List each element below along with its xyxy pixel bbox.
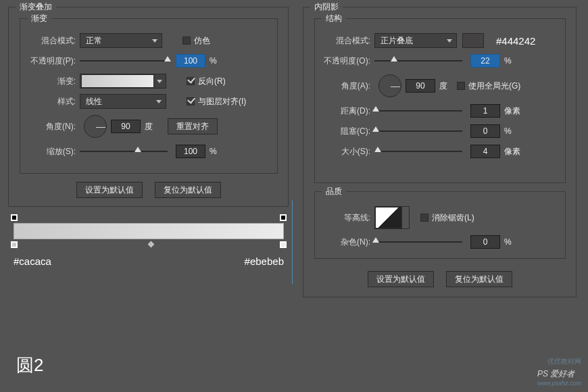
opacity-stop-right[interactable]	[280, 214, 287, 221]
noise-row: 杂色(N): 0 %	[322, 234, 558, 250]
blend-mode-label: 混合模式:	[27, 35, 80, 47]
percent-unit: %	[210, 56, 217, 66]
scale-label: 缩放(S):	[27, 146, 80, 157]
opacity-input[interactable]: 22	[470, 54, 500, 68]
choke-input[interactable]: 0	[470, 124, 500, 138]
style-row: 样式: 线性 与图层对齐(I)	[27, 93, 270, 109]
size-slider[interactable]	[374, 145, 462, 157]
angle-input[interactable]: 90	[111, 120, 141, 133]
reverse-checkbox[interactable]	[187, 77, 195, 85]
opacity-label: 不透明度(P):	[27, 55, 80, 67]
vertical-divider	[292, 200, 293, 284]
align-checkbox[interactable]	[187, 97, 195, 105]
opacity-slider[interactable]	[374, 55, 462, 67]
angle-row: 角度(N): 90 度 重置对齐	[27, 114, 270, 139]
color-stop-right[interactable]	[280, 241, 287, 248]
gradient-picker[interactable]	[80, 74, 166, 89]
blend-mode-row: 混合模式: 正片叠底 #444242	[322, 32, 558, 49]
blend-mode-label: 混合模式:	[322, 35, 374, 47]
chevron-down-icon	[152, 39, 157, 43]
structure-group: 结构 混合模式: 正片叠底 #444242 不透明度(O): 22 % 角度(A…	[314, 18, 566, 183]
contour-thumb	[375, 207, 402, 228]
gradient-bar[interactable]	[14, 223, 284, 239]
noise-input[interactable]: 0	[470, 235, 500, 249]
swatch-hex-label: #444242	[496, 35, 535, 47]
angle-label: 角度(A):	[322, 80, 374, 92]
blend-mode-row: 混合模式: 正常 仿色	[27, 32, 270, 49]
reset-align-button[interactable]: 重置对齐	[168, 118, 218, 134]
gradient-preview	[81, 74, 154, 88]
group-title: 品质	[322, 186, 346, 197]
reset-default-button[interactable]: 复位为默认值	[155, 182, 221, 198]
scale-input[interactable]: 100	[176, 145, 205, 158]
panel-title: 渐变叠加	[16, 1, 56, 13]
color-stop-left[interactable]	[11, 241, 18, 248]
blend-mode-value: 正常	[86, 35, 148, 47]
set-default-button[interactable]: 设置为默认值	[368, 271, 434, 287]
choke-label: 阻塞(C):	[322, 126, 374, 137]
style-dropdown[interactable]: 线性	[80, 94, 166, 109]
px-unit: 像素	[504, 105, 520, 117]
reverse-label: 反向(R)	[198, 76, 226, 87]
angle-label: 角度(N):	[27, 121, 80, 132]
angle-row: 角度(A): 90 度 使用全局光(G)	[322, 73, 558, 99]
blend-mode-dropdown[interactable]: 正片叠底	[374, 33, 457, 48]
chevron-down-icon	[447, 39, 452, 43]
antialias-checkbox[interactable]	[420, 214, 428, 222]
default-buttons-row: 设置为默认值 复位为默认值	[303, 271, 576, 287]
reset-default-button[interactable]: 复位为默认值	[446, 271, 512, 287]
color-swatch[interactable]	[462, 33, 484, 48]
contour-label: 等高线:	[322, 212, 374, 224]
gradient-editor[interactable]: #cacaca #ebebeb	[14, 223, 284, 267]
group-title: 结构	[322, 13, 346, 24]
gradient-row: 渐变: 反向(R)	[27, 73, 270, 89]
style-value: 线性	[86, 96, 152, 107]
opacity-row: 不透明度(P): 100 %	[27, 53, 270, 69]
blend-mode-dropdown[interactable]: 正常	[80, 33, 162, 48]
angle-dial[interactable]	[84, 115, 107, 138]
contour-row: 等高线: 消除锯齿(L)	[322, 205, 558, 230]
gradient-label: 渐变:	[27, 76, 80, 87]
choke-row: 阻塞(C): 0 %	[322, 123, 558, 139]
opacity-row: 不透明度(O): 22 %	[322, 53, 558, 69]
percent-unit: %	[504, 237, 512, 247]
scale-slider[interactable]	[80, 145, 168, 157]
global-light-label: 使用全局光(G)	[468, 80, 520, 92]
gradient-overlay-panel: 渐变叠加 渐变 混合模式: 正常 仿色 不透明度(P): 100 % 渐变:	[8, 7, 289, 207]
percent-unit: %	[210, 147, 217, 156]
style-label: 样式:	[27, 96, 80, 107]
distance-label: 距离(D):	[322, 105, 374, 117]
distance-slider[interactable]	[374, 105, 462, 117]
percent-unit: %	[504, 126, 512, 136]
quality-group: 品质 等高线: 消除锯齿(L) 杂色(N): 0 %	[314, 191, 566, 259]
align-label: 与图层对齐(I)	[198, 96, 246, 107]
midpoint-diamond[interactable]	[148, 241, 155, 248]
noise-label: 杂色(N):	[322, 237, 374, 248]
noise-slider[interactable]	[374, 236, 462, 248]
chevron-down-icon	[157, 80, 162, 83]
opacity-input[interactable]: 100	[176, 54, 205, 68]
distance-row: 距离(D): 1 像素	[322, 103, 558, 119]
distance-input[interactable]: 1	[470, 104, 500, 118]
angle-dial[interactable]	[378, 74, 401, 97]
opacity-label: 不透明度(O):	[322, 55, 374, 67]
degree-unit: 度	[145, 121, 153, 132]
angle-input[interactable]: 90	[406, 79, 435, 93]
contour-picker[interactable]	[374, 206, 410, 229]
degree-unit: 度	[439, 80, 447, 92]
chevron-down-icon	[156, 100, 162, 103]
size-label: 大小(S):	[322, 146, 374, 157]
antialias-label: 消除锯齿(L)	[432, 212, 474, 224]
left-stop-hex: #cacaca	[14, 255, 51, 267]
inner-shadow-panel: 内阴影 结构 混合模式: 正片叠底 #444242 不透明度(O): 22 % …	[303, 7, 577, 297]
global-light-checkbox[interactable]	[457, 82, 465, 90]
layer-name-label: 圆2	[16, 353, 43, 377]
opacity-slider[interactable]	[80, 55, 168, 67]
choke-slider[interactable]	[374, 125, 462, 137]
dither-checkbox[interactable]	[182, 36, 191, 45]
size-input[interactable]: 4	[470, 145, 500, 158]
opacity-stop-left[interactable]	[11, 214, 18, 221]
percent-unit: %	[504, 56, 512, 66]
set-default-button[interactable]: 设置为默认值	[76, 182, 143, 198]
default-buttons-row: 设置为默认值 复位为默认值	[9, 182, 288, 198]
